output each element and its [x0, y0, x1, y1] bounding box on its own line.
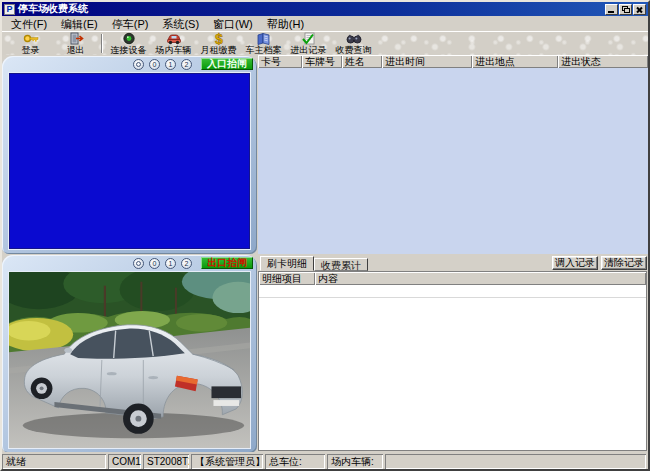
- detail-table: 明细项目 内容: [258, 271, 647, 451]
- entry-exit-records-icon: [301, 32, 317, 45]
- exit-gate-open-button[interactable]: 出口抬闸: [201, 257, 253, 269]
- clear-records-button[interactable]: 清除记录: [601, 256, 647, 270]
- entry-channel-2-button[interactable]: 2: [181, 59, 192, 70]
- status-device-model: ST2008T2: [143, 454, 189, 469]
- channel-ring-icon[interactable]: [133, 59, 144, 70]
- column-time[interactable]: 进出时间: [382, 55, 472, 68]
- tab-card-detail[interactable]: 刷卡明细: [260, 256, 314, 271]
- svg-text:$: $: [215, 32, 223, 45]
- status-vehicles-in-lot: 场内车辆:: [327, 454, 383, 469]
- entry-channel-0-button[interactable]: 0: [149, 59, 160, 70]
- detail-empty-row[interactable]: [259, 285, 646, 298]
- entry-video-feed: [8, 72, 251, 250]
- exit-photo-car-scene: [9, 272, 250, 448]
- exit-channel-0-button[interactable]: 0: [149, 258, 160, 269]
- close-button[interactable]: [633, 4, 646, 15]
- column-location[interactable]: 进出地点: [472, 55, 558, 68]
- vehicles-in-lot-icon: [166, 32, 182, 45]
- column-name[interactable]: 姓名: [342, 55, 382, 68]
- owner-records-button[interactable]: 车主档案: [241, 32, 286, 55]
- status-ready: 就绪: [2, 454, 106, 469]
- monthly-fee-button[interactable]: $ 月租缴费: [196, 32, 241, 55]
- detail-tabstrip: 刷卡明细 收费累计 调入记录 清除记录: [258, 254, 648, 271]
- status-bar: 就绪 COM1 ST2008T2 【系统管理员】 总车位: 场内车辆:: [2, 452, 648, 469]
- dollar-icon: $: [211, 32, 227, 45]
- status-extra: [385, 454, 646, 469]
- toolbar-label: 连接设备: [111, 46, 147, 55]
- records-table-header: 卡号 车牌号 姓名 进出时间 进出地点 进出状态: [258, 55, 648, 68]
- key-icon: [23, 32, 39, 45]
- column-status[interactable]: 进出状态: [558, 55, 648, 68]
- main-area: 0 1 2 入口抬闸 0 1 2 出口抬闸: [2, 55, 648, 452]
- toolbar-label: 月租缴费: [201, 46, 237, 55]
- column-detail-item[interactable]: 明细项目: [259, 272, 315, 285]
- column-card-no[interactable]: 卡号: [258, 55, 302, 68]
- window-title: 停车场收费系统: [18, 2, 604, 16]
- vehicles-in-lot-button[interactable]: 场内车辆: [151, 32, 196, 55]
- toolbar: 登录 退出 连接设备: [2, 31, 648, 55]
- minimize-button[interactable]: [605, 4, 618, 15]
- toolbar-label: 车主档案: [246, 46, 282, 55]
- exit-camera-header: 0 1 2 出口抬闸: [2, 255, 257, 269]
- toolbar-label: 退出: [67, 46, 85, 55]
- login-button[interactable]: 登录: [8, 32, 53, 55]
- app-window: P 停车场收费系统 文件(F) 编辑(E) 停车(P) 系统(S) 窗口(W) …: [0, 0, 650, 471]
- menu-parking[interactable]: 停车(P): [105, 18, 156, 31]
- toolbar-label: 收费查询: [336, 46, 372, 55]
- records-table-body[interactable]: [258, 68, 648, 254]
- toolbar-label: 进出记录: [291, 46, 327, 55]
- fee-query-binoculars-icon: [346, 32, 362, 45]
- menu-window[interactable]: 窗口(W): [206, 18, 260, 31]
- exit-channel-2-button[interactable]: 2: [181, 258, 192, 269]
- menu-file[interactable]: 文件(F): [4, 18, 54, 31]
- entry-camera-panel: 0 1 2 入口抬闸: [2, 56, 257, 254]
- owner-records-icon: [256, 32, 272, 45]
- entry-channel-1-button[interactable]: 1: [165, 59, 176, 70]
- entry-gate-open-button[interactable]: 入口抬闸: [201, 58, 253, 70]
- fee-query-button[interactable]: 收费查询: [331, 32, 376, 55]
- channel-ring-icon[interactable]: [133, 258, 144, 269]
- detail-section: 刷卡明细 收费累计 调入记录 清除记录 明细项目 内容: [258, 254, 648, 452]
- exit-camera-photo: [8, 271, 251, 449]
- title-bar[interactable]: P 停车场收费系统: [2, 2, 648, 16]
- menu-system[interactable]: 系统(S): [155, 18, 206, 31]
- toolbar-separator: [101, 34, 103, 53]
- minimize-icon: [608, 11, 614, 13]
- status-com-port: COM1: [108, 454, 141, 469]
- column-plate-no[interactable]: 车牌号: [302, 55, 342, 68]
- connect-device-button[interactable]: 连接设备: [106, 32, 151, 55]
- records-table: 卡号 车牌号 姓名 进出时间 进出地点 进出状态: [258, 55, 648, 254]
- app-icon: P: [4, 4, 15, 15]
- exit-camera-panel: 0 1 2 出口抬闸: [2, 255, 257, 453]
- tab-fee-total[interactable]: 收费累计: [314, 258, 368, 271]
- menu-edit[interactable]: 编辑(E): [54, 18, 105, 31]
- exit-channel-1-button[interactable]: 1: [165, 258, 176, 269]
- detail-table-header: 明细项目 内容: [259, 272, 646, 285]
- entry-camera-header: 0 1 2 入口抬闸: [2, 56, 257, 70]
- exit-door-icon: [68, 32, 84, 45]
- menu-help[interactable]: 帮助(H): [260, 18, 311, 31]
- restore-button[interactable]: [619, 4, 632, 15]
- toolbar-label: 场内车辆: [156, 46, 192, 55]
- status-operator: 【系统管理员】: [191, 454, 263, 469]
- connect-device-icon: [121, 32, 137, 45]
- entry-exit-records-button[interactable]: 进出记录: [286, 32, 331, 55]
- status-total-spaces: 总车位:: [265, 454, 325, 469]
- toolbar-label: 登录: [22, 46, 40, 55]
- logout-button[interactable]: 退出: [53, 32, 98, 55]
- menu-bar: 文件(F) 编辑(E) 停车(P) 系统(S) 窗口(W) 帮助(H): [2, 17, 648, 31]
- column-content[interactable]: 内容: [315, 272, 646, 285]
- load-records-button[interactable]: 调入记录: [552, 256, 598, 270]
